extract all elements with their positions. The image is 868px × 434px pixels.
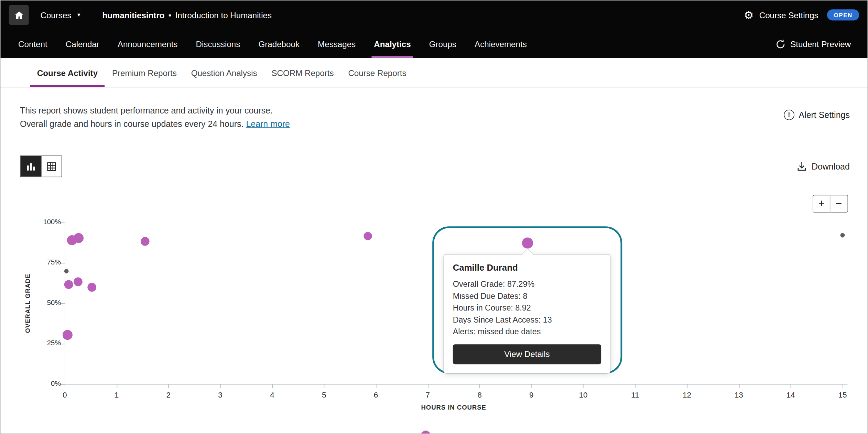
student-preview-button[interactable]: Student Preview <box>775 30 851 58</box>
nav-tab-discussions[interactable]: Discussions <box>195 30 241 58</box>
subnav-tab-question-analysis[interactable]: Question Analysis <box>184 58 264 87</box>
view-details-button[interactable]: View Details <box>453 344 601 364</box>
nav-tab-label: Messages <box>318 39 356 48</box>
page: Courses ▼ humanitiesintro • Introduction… <box>0 0 868 434</box>
x-tick <box>169 384 169 388</box>
data-point[interactable] <box>87 283 96 292</box>
nav-tab-groups[interactable]: Groups <box>428 30 458 58</box>
x-tick-label: 8 <box>468 390 490 399</box>
courses-label: Courses <box>41 10 72 20</box>
x-tick <box>324 384 325 388</box>
nav-tab-label: Discussions <box>196 39 240 48</box>
home-icon <box>13 10 24 20</box>
zoom-controls: + − <box>813 195 848 213</box>
nav-tab-announcements[interactable]: Announcements <box>117 30 179 58</box>
student-tooltip: Camille Durand Overall Grade: 87.29%Miss… <box>443 254 610 373</box>
subnav-tab-scorm-reports[interactable]: SCORM Reports <box>264 58 341 87</box>
x-tick <box>531 384 532 388</box>
chart-area: + − 0%25%50%75%100%012345678910111213141… <box>0 176 868 434</box>
x-tick-label: 11 <box>624 390 646 399</box>
nav-tab-label: Analytics <box>374 39 411 48</box>
x-tick <box>65 384 65 388</box>
course-title: Introduction to Humanities <box>175 10 272 20</box>
sub-nav: Course ActivityPremium ReportsQuestion A… <box>0 58 868 87</box>
course-breadcrumb: humanitiesintro • Introduction to Humani… <box>102 10 272 20</box>
gear-icon: ⚙ <box>744 9 754 20</box>
x-tick <box>583 384 584 388</box>
courses-dropdown[interactable]: Courses ▼ <box>41 10 82 20</box>
y-tick <box>61 384 65 385</box>
download-label: Download <box>812 161 850 171</box>
nav-tab-calendar[interactable]: Calendar <box>65 30 100 58</box>
alert-settings-button[interactable]: ! Alert Settings <box>784 110 850 120</box>
x-tick <box>117 384 117 388</box>
y-axis-title: OVERALL GRADE <box>24 274 31 333</box>
course-settings-link[interactable]: Course Settings <box>759 10 818 20</box>
nav-tab-label: Calendar <box>66 39 99 48</box>
course-code: humanitiesintro <box>102 10 164 20</box>
data-point[interactable] <box>64 269 68 273</box>
y-tick-label: 50% <box>30 299 61 307</box>
tooltip-student-name: Camille Durand <box>453 263 601 273</box>
learn-more-link[interactable]: Learn more <box>246 119 290 128</box>
table-view-button[interactable] <box>41 156 62 177</box>
y-axis-line <box>65 223 65 384</box>
nav-tab-label: Gradebook <box>258 39 299 48</box>
subnav-tab-course-activity[interactable]: Course Activity <box>30 58 105 87</box>
open-status-badge: OPEN <box>827 9 859 20</box>
x-tick-label: 3 <box>209 390 231 399</box>
table-icon <box>46 161 56 171</box>
chart-view-button[interactable] <box>21 156 41 177</box>
download-button[interactable]: Download <box>796 161 849 172</box>
x-tick-label: 6 <box>365 390 387 399</box>
x-tick-label: 12 <box>676 390 698 399</box>
y-tick <box>61 263 65 264</box>
chart-toolbar: Download <box>0 156 868 177</box>
tooltip-stat: Overall Grade: 87.29% <box>453 279 601 291</box>
y-tick <box>61 303 65 304</box>
x-tick <box>739 384 739 388</box>
top-bar-right: ⚙ Course Settings OPEN <box>744 9 859 20</box>
x-tick <box>428 384 428 388</box>
data-point[interactable] <box>74 233 84 243</box>
y-tick <box>61 223 65 223</box>
nav-tab-achievements[interactable]: Achievements <box>474 30 528 58</box>
data-point[interactable] <box>840 233 845 238</box>
nav-tab-label: Content <box>18 39 47 48</box>
home-button[interactable] <box>9 5 29 25</box>
alert-settings-label: Alert Settings <box>799 110 849 120</box>
x-axis-line <box>65 384 847 385</box>
x-tick <box>376 384 377 388</box>
data-point-partial[interactable] <box>421 431 431 434</box>
data-point-highlighted[interactable] <box>522 238 533 249</box>
data-point[interactable] <box>141 237 150 246</box>
tooltip-stat: Hours in Course: 8.92 <box>453 302 601 314</box>
x-tick <box>272 384 273 388</box>
x-tick-label: 1 <box>106 390 128 399</box>
nav-tab-messages[interactable]: Messages <box>317 30 357 58</box>
nav-tab-analytics[interactable]: Analytics <box>373 30 412 58</box>
bar-chart-icon <box>26 161 36 171</box>
x-tick <box>791 384 791 388</box>
x-tick-label: 2 <box>158 390 180 399</box>
main-nav: ContentCalendarAnnouncementsDiscussionsG… <box>0 30 868 58</box>
tooltip-stats: Overall Grade: 87.29%Missed Due Dates: 8… <box>453 279 601 338</box>
report-description: This report shows student performance an… <box>0 87 868 131</box>
nav-tab-content[interactable]: Content <box>17 30 48 58</box>
chevron-down-icon: ▼ <box>76 12 81 18</box>
data-point[interactable] <box>364 232 372 240</box>
nav-tab-label: Announcements <box>118 39 178 48</box>
data-point[interactable] <box>62 330 72 340</box>
description-line-2-text: Overall grade and hours in course update… <box>20 119 243 128</box>
active-nav-underline <box>372 56 413 58</box>
refresh-icon <box>775 39 785 49</box>
zoom-in-button[interactable]: + <box>813 195 831 213</box>
view-toggle <box>20 155 62 177</box>
subnav-tab-premium-reports[interactable]: Premium Reports <box>105 58 184 87</box>
subnav-tab-course-reports[interactable]: Course Reports <box>341 58 413 87</box>
nav-tab-gradebook[interactable]: Gradebook <box>257 30 301 58</box>
y-tick-label: 25% <box>30 339 61 347</box>
zoom-out-button[interactable]: − <box>831 195 848 213</box>
top-bar: Courses ▼ humanitiesintro • Introduction… <box>0 0 868 30</box>
data-point[interactable] <box>74 277 83 286</box>
